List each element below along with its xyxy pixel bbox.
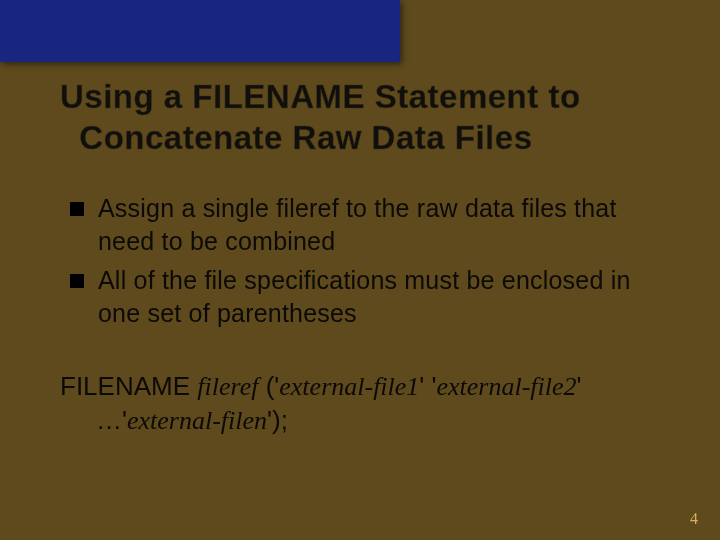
bullet-text: Assign a single fileref to the raw data …: [98, 192, 670, 258]
bullet-text: All of the file specifications must be e…: [98, 264, 670, 330]
quote: ': [577, 371, 582, 401]
square-bullet-icon: [70, 274, 84, 288]
placeholder-file2: external-file2: [437, 372, 577, 401]
header-accent-band: [0, 0, 400, 62]
ellipsis: …: [96, 405, 122, 435]
bullet-list: Assign a single fileref to the raw data …: [70, 192, 670, 336]
open-paren: (: [266, 371, 275, 401]
placeholder-fileref: fileref: [197, 372, 258, 401]
square-bullet-icon: [70, 202, 84, 216]
syntax-line-2: …'external-filen');: [60, 404, 670, 438]
list-item: All of the file specifications must be e…: [70, 264, 670, 330]
placeholder-file1: external-file1: [279, 372, 419, 401]
title-line-1: Using a FILENAME Statement to: [60, 78, 581, 115]
keyword-filename: FILENAME: [60, 371, 190, 401]
page-number: 4: [690, 510, 698, 528]
syntax-example: FILENAME fileref ('external-file1' 'exte…: [60, 370, 670, 438]
slide-title: Using a FILENAME Statement to Concatenat…: [60, 76, 680, 159]
close-paren-semicolon: );: [272, 405, 288, 435]
title-line-2: Concatenate Raw Data Files: [79, 119, 532, 156]
placeholder-filen: external-filen: [127, 406, 267, 435]
quote: ': [419, 371, 424, 401]
list-item: Assign a single fileref to the raw data …: [70, 192, 670, 258]
syntax-line-1: FILENAME fileref ('external-file1' 'exte…: [60, 370, 670, 404]
